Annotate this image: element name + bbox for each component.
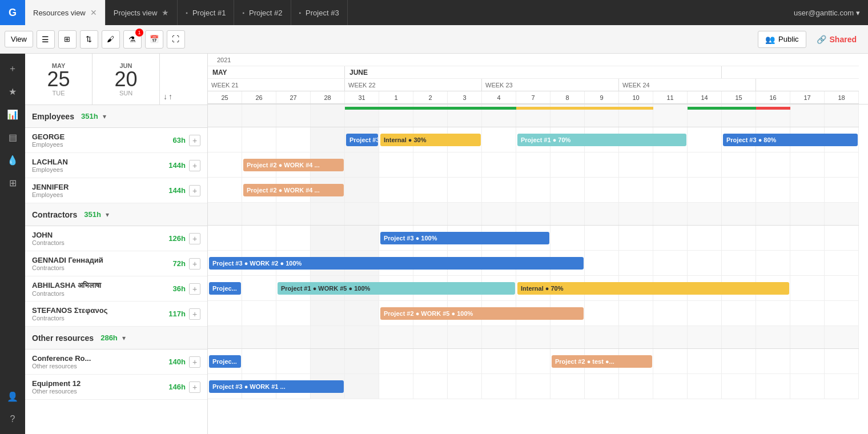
gantt-cell-8	[482, 127, 516, 152]
gantt-cell-1	[242, 127, 276, 152]
main-layout: ＋ ★ 📊 ▤ 💧 ⊞ 👤 ? MAY 25 TUE JUN 20 SUN ↓ …	[0, 54, 868, 434]
resource-name-1-1: GENNADI Геннадий	[32, 256, 156, 264]
gantt-cell-16	[756, 349, 790, 373]
gantt-cell-15	[722, 251, 756, 275]
gantt-day-15: 15	[722, 91, 756, 103]
sidebar-icon-question[interactable]: ?	[2, 409, 23, 429]
bar-1-2-0[interactable]: Projec...	[209, 282, 241, 295]
resource-name-0-1: LACHLAN	[32, 158, 156, 166]
sort-asc-icon[interactable]: ↓	[163, 92, 167, 101]
public-button[interactable]: 👥 Public	[758, 31, 806, 48]
sidebar-icon-layers[interactable]: ▤	[2, 127, 23, 147]
resource-hours-2-1: 146h	[160, 383, 186, 391]
bar-0-0-1[interactable]: Internal ● 30%	[380, 134, 481, 146]
gantt-cell-9	[516, 152, 550, 177]
gantt-cell-9	[516, 203, 550, 225]
add-resource-0-2[interactable]: +	[189, 185, 200, 196]
view-button[interactable]: View	[5, 31, 33, 47]
add-resource-1-0[interactable]: +	[189, 233, 200, 244]
date-right[interactable]: JUN 20 SUN	[93, 54, 160, 105]
resource-group-0-1: Employees	[32, 166, 156, 173]
tab-project1[interactable]: ▪ Project #1	[178, 0, 234, 25]
bar-2-0-0[interactable]: Projec...	[209, 355, 241, 368]
bar-1-3-0[interactable]: Project #2 ● WORK #5 ● 100%	[380, 307, 584, 320]
gantt-cell-14	[688, 349, 722, 373]
group-chevron-0[interactable]: ▾	[103, 112, 106, 120]
shared-button[interactable]: 🔗 Shared	[810, 31, 863, 47]
gantt-day-4: 31	[345, 91, 379, 103]
group-chevron-2[interactable]: ▾	[122, 334, 126, 342]
bar-1-1-0[interactable]: Project #3 ● WORK #2 ● 100%	[209, 257, 584, 270]
bar-2-0-1[interactable]: Project #2 ● test ●...	[552, 355, 652, 368]
gantt-cell-15	[722, 203, 756, 225]
sidebar-icon-person[interactable]: 👤	[2, 386, 23, 407]
calendar-button[interactable]: 📅	[145, 30, 163, 49]
gantt-cell-18	[825, 276, 859, 300]
sidebar-icon-plus[interactable]: ＋	[2, 58, 23, 79]
date-navigation: MAY 25 TUE JUN 20 SUN ↓ ↑	[25, 54, 207, 105]
tab-project3[interactable]: ▪ Project #3	[291, 0, 348, 25]
group-button[interactable]: ⊞	[58, 30, 77, 49]
add-resource-2-1[interactable]: +	[189, 381, 200, 393]
gantt-cell-0	[208, 178, 242, 202]
sidebar-icon-chart[interactable]: 📊	[2, 104, 23, 124]
add-resource-0-1[interactable]: +	[189, 160, 200, 171]
bar-1-2-2[interactable]: Internal ● 70%	[517, 282, 789, 295]
app-logo[interactable]: G	[0, 0, 25, 25]
bar-0-0-3[interactable]: Project #3 ● 80%	[723, 134, 858, 146]
bar-1-0-0[interactable]: Project #3 ● 100%	[380, 232, 549, 244]
expand-button[interactable]: ⛶	[167, 30, 185, 49]
filter-button[interactable]: ⚗ 1	[123, 30, 142, 49]
resource-row-1-3: STEFANOS Στεφανος Contractors 117h +	[25, 302, 207, 327]
gantt-cell-11	[585, 374, 619, 399]
sidebar-icon-star[interactable]: ★	[2, 81, 23, 102]
user-menu[interactable]: user@ganttic.com ▾	[786, 0, 868, 25]
group-avail-orange	[516, 107, 653, 110]
gantt-header: 2021MAYJUNEWEEK 21WEEK 22WEEK 23WEEK 242…	[208, 54, 868, 105]
sort-desc-icon[interactable]: ↑	[168, 92, 172, 101]
bar-1-2-1[interactable]: Project #1 ● WORK #5 ● 100%	[278, 282, 515, 295]
add-resource-1-2[interactable]: +	[189, 283, 200, 295]
gantt-resource-row: Projec...Project #1 ● WORK #5 ● 100%Inte…	[208, 276, 859, 301]
resource-hours-0-1: 144h	[160, 161, 186, 170]
tab-resources[interactable]: Resources view ✕	[25, 0, 106, 25]
gantt-cell-2	[276, 349, 311, 373]
date-left-weekday: TUE	[53, 90, 65, 97]
gantt-cell-4	[345, 374, 379, 399]
add-resource-1-1[interactable]: +	[189, 258, 200, 270]
sidebar-icon-grid[interactable]: ⊞	[2, 172, 23, 193]
bar-0-1-0[interactable]: Project #2 ● WORK #4 ...	[243, 159, 344, 171]
bar-2-1-0[interactable]: Project #3 ● WORK #1 ...	[209, 380, 344, 393]
sort-button[interactable]: ⇅	[80, 30, 98, 49]
tab-project3-pin: ▪	[299, 10, 302, 16]
gantt-cell-0	[208, 105, 242, 127]
add-resource-1-3[interactable]: +	[189, 308, 200, 320]
gantt-cell-17	[790, 105, 825, 127]
gantt-cell-12	[619, 326, 653, 348]
gantt-cell-0	[208, 203, 242, 225]
tab-resources-close[interactable]: ✕	[90, 8, 97, 17]
add-resource-2-0[interactable]: +	[189, 356, 200, 368]
menu-icon-button[interactable]: ☰	[37, 30, 55, 49]
date-left[interactable]: MAY 25 TUE	[25, 54, 93, 105]
bar-0-2-0[interactable]: Project #2 ● WORK #4 ...	[243, 184, 344, 196]
resource-list: Employees 351h ▾ GEORGE Employees 63h + …	[25, 105, 207, 434]
gantt-cell-16	[756, 226, 790, 250]
color-button[interactable]: 🖌	[102, 30, 120, 49]
gantt-cell-9	[516, 374, 550, 399]
gantt-cell-16	[756, 152, 790, 177]
sort-icon: ⇅	[86, 35, 92, 43]
add-resource-0-0[interactable]: +	[189, 135, 200, 146]
tab-project2[interactable]: ▪ Project #2	[234, 0, 291, 25]
bar-0-0-0[interactable]: Project #3 ● 1...	[346, 134, 378, 146]
resource-info-0-1: LACHLAN Employees	[32, 158, 156, 173]
gantt-cell-12	[619, 374, 653, 399]
tab-project1-label: Project #1	[192, 9, 226, 17]
gantt-cell-1	[242, 276, 276, 300]
group-chevron-1[interactable]: ▾	[106, 211, 109, 219]
resource-hours-0-0: 63h	[160, 136, 186, 144]
bar-0-0-2[interactable]: Project #1 ● 70%	[517, 134, 686, 146]
sidebar-icon-droplet[interactable]: 💧	[2, 150, 23, 170]
tab-projects[interactable]: Projects view ★	[106, 0, 178, 25]
gantt-body[interactable]: Project #3 ● 1...Internal ● 30%Project #…	[208, 105, 868, 434]
